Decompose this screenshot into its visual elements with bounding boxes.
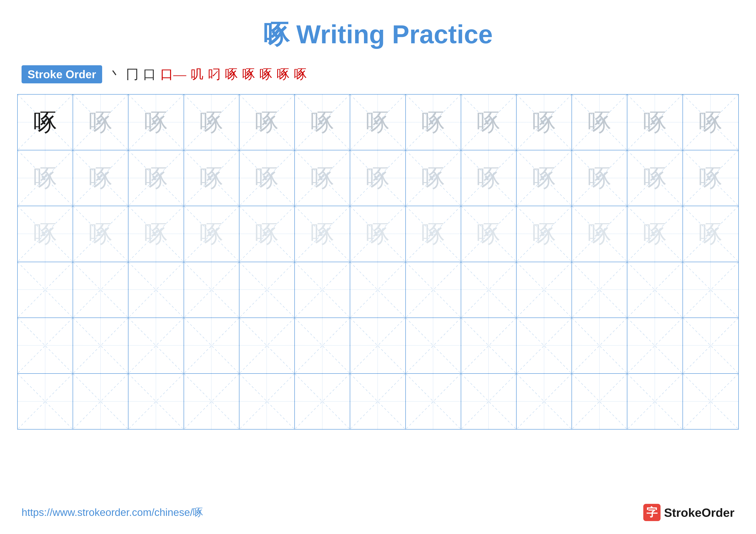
- grid-cell-1-5[interactable]: 啄: [239, 94, 295, 150]
- grid-cell-3-6[interactable]: 啄: [295, 206, 350, 262]
- grid-cell-3-9[interactable]: 啄: [461, 206, 517, 262]
- grid-cell-5-8[interactable]: [406, 318, 461, 373]
- grid-cell-2-11[interactable]: 啄: [572, 150, 627, 206]
- grid-cell-3-10[interactable]: 啄: [517, 206, 572, 262]
- grid-cell-3-2[interactable]: 啄: [73, 206, 128, 262]
- grid-cell-2-13[interactable]: 啄: [683, 150, 738, 206]
- grid-cell-1-10[interactable]: 啄: [517, 94, 572, 150]
- cell-char: 啄: [200, 166, 223, 190]
- grid-cell-1-13[interactable]: 啄: [683, 94, 738, 150]
- grid-cell-5-13[interactable]: [683, 318, 738, 373]
- grid-cell-1-8[interactable]: 啄: [406, 94, 461, 150]
- grid-cell-6-6[interactable]: [295, 374, 350, 429]
- grid-cell-1-4[interactable]: 啄: [184, 94, 239, 150]
- cell-char: 啄: [89, 111, 113, 134]
- cell-char: 啄: [33, 111, 57, 134]
- grid-cell-6-4[interactable]: [184, 374, 239, 429]
- grid-cell-2-3[interactable]: 啄: [128, 150, 184, 206]
- grid-cell-1-12[interactable]: 啄: [627, 94, 683, 150]
- grid-cell-6-11[interactable]: [572, 374, 627, 429]
- grid-cell-3-8[interactable]: 啄: [406, 206, 461, 262]
- grid-cell-4-12[interactable]: [627, 262, 683, 318]
- cell-char: 啄: [255, 222, 279, 246]
- cell-char: 啄: [477, 222, 500, 246]
- grid-cell-5-4[interactable]: [184, 318, 239, 373]
- cell-char: 啄: [477, 166, 500, 190]
- grid-cell-5-9[interactable]: [461, 318, 517, 373]
- grid-cell-6-1[interactable]: [18, 374, 73, 429]
- footer-url: https://www.strokeorder.com/chinese/啄: [21, 506, 203, 519]
- grid-cell-1-11[interactable]: 啄: [572, 94, 627, 150]
- grid-cell-3-7[interactable]: 啄: [350, 206, 406, 262]
- grid-cell-2-8[interactable]: 啄: [406, 150, 461, 206]
- grid-cell-4-7[interactable]: [350, 262, 406, 318]
- grid-cell-5-12[interactable]: [627, 318, 683, 373]
- grid-cell-3-3[interactable]: 啄: [128, 206, 184, 262]
- grid-cell-6-13[interactable]: [683, 374, 738, 429]
- grid-cell-1-2[interactable]: 啄: [73, 94, 128, 150]
- grid-cell-5-3[interactable]: [128, 318, 184, 373]
- grid-cell-3-12[interactable]: 啄: [627, 206, 683, 262]
- grid-cell-6-12[interactable]: [627, 374, 683, 429]
- grid-cell-2-9[interactable]: 啄: [461, 150, 517, 206]
- grid-cell-5-2[interactable]: [73, 318, 128, 373]
- grid-cell-4-8[interactable]: [406, 262, 461, 318]
- grid-cell-2-1[interactable]: 啄: [18, 150, 73, 206]
- grid-cell-6-10[interactable]: [517, 374, 572, 429]
- grid-cell-2-10[interactable]: 啄: [517, 150, 572, 206]
- grid-cell-6-8[interactable]: [406, 374, 461, 429]
- grid-cell-3-5[interactable]: 啄: [239, 206, 295, 262]
- grid-cell-6-9[interactable]: [461, 374, 517, 429]
- grid-cell-4-2[interactable]: [73, 262, 128, 318]
- cell-char: 啄: [699, 222, 722, 246]
- grid-cell-6-7[interactable]: [350, 374, 406, 429]
- stroke-step-9: 啄: [259, 66, 272, 83]
- grid-cell-2-5[interactable]: 啄: [239, 150, 295, 206]
- grid-cell-5-11[interactable]: [572, 318, 627, 373]
- grid-row-6: [18, 374, 738, 429]
- cell-char: 啄: [421, 111, 445, 134]
- brand-icon: 字: [643, 504, 661, 521]
- grid-cell-5-1[interactable]: [18, 318, 73, 373]
- grid-cell-4-13[interactable]: [683, 262, 738, 318]
- grid-cell-1-3[interactable]: 啄: [128, 94, 184, 150]
- grid-cell-3-11[interactable]: 啄: [572, 206, 627, 262]
- grid-cell-5-6[interactable]: [295, 318, 350, 373]
- grid-cell-4-4[interactable]: [184, 262, 239, 318]
- page-title: 啄 Writing Practice: [0, 0, 756, 61]
- grid-cell-4-10[interactable]: [517, 262, 572, 318]
- grid-cell-2-7[interactable]: 啄: [350, 150, 406, 206]
- cell-char: 啄: [366, 166, 390, 190]
- cell-char: 啄: [366, 111, 390, 134]
- grid-cell-2-6[interactable]: 啄: [295, 150, 350, 206]
- cell-char: 啄: [643, 111, 667, 134]
- grid-cell-4-9[interactable]: [461, 262, 517, 318]
- grid-cell-2-12[interactable]: 啄: [627, 150, 683, 206]
- grid-cell-4-3[interactable]: [128, 262, 184, 318]
- cell-char: 啄: [421, 222, 445, 246]
- stroke-order-badge: Stroke Order: [21, 65, 102, 83]
- grid-cell-1-6[interactable]: 啄: [295, 94, 350, 150]
- grid-cell-5-5[interactable]: [239, 318, 295, 373]
- grid-cell-6-3[interactable]: [128, 374, 184, 429]
- grid-cell-6-5[interactable]: [239, 374, 295, 429]
- cell-char: 啄: [255, 111, 279, 134]
- grid-cell-3-1[interactable]: 啄: [18, 206, 73, 262]
- grid-cell-1-9[interactable]: 啄: [461, 94, 517, 150]
- stroke-order-row: Stroke Order 丶 冂 口 口— 叽 叼 啄 啄 啄 啄 啄: [0, 61, 756, 88]
- cell-char: 啄: [588, 222, 611, 246]
- grid-cell-5-7[interactable]: [350, 318, 406, 373]
- grid-cell-4-5[interactable]: [239, 262, 295, 318]
- grid-cell-6-2[interactable]: [73, 374, 128, 429]
- grid-cell-1-7[interactable]: 啄: [350, 94, 406, 150]
- grid-cell-2-4[interactable]: 啄: [184, 150, 239, 206]
- grid-cell-3-4[interactable]: 啄: [184, 206, 239, 262]
- grid-row-5: [18, 318, 738, 374]
- grid-cell-4-6[interactable]: [295, 262, 350, 318]
- grid-cell-1-1[interactable]: 啄: [18, 94, 73, 150]
- grid-cell-5-10[interactable]: [517, 318, 572, 373]
- grid-cell-3-13[interactable]: 啄: [683, 206, 738, 262]
- grid-cell-2-2[interactable]: 啄: [73, 150, 128, 206]
- grid-cell-4-11[interactable]: [572, 262, 627, 318]
- grid-cell-4-1[interactable]: [18, 262, 73, 318]
